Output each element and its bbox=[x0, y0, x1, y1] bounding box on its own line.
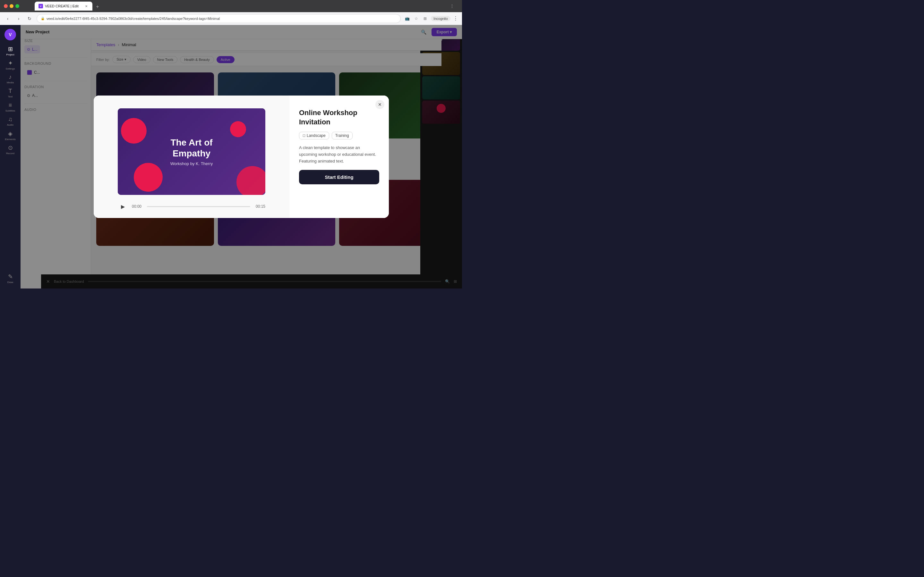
media-icon: ♪ bbox=[9, 74, 12, 81]
video-preview: The Art of Empathy Workshop by K. Therry bbox=[118, 108, 265, 195]
draw-icon: ✎ bbox=[8, 273, 13, 280]
modal-preview-area: The Art of Empathy Workshop by K. Therry… bbox=[94, 95, 289, 218]
browser-menu-button[interactable]: ⋮ bbox=[453, 15, 458, 21]
forward-button[interactable]: › bbox=[15, 15, 23, 23]
modal-tags: ☐ Landscape Training bbox=[299, 132, 379, 139]
sidebar-item-elements[interactable]: ◈ Elements bbox=[4, 129, 17, 142]
url-bar[interactable]: 🔒 veed.io/edit/0e4e2277-6f45-45c3-9294-7… bbox=[37, 14, 401, 23]
incognito-label: Incognito bbox=[433, 17, 448, 21]
record-icon: ⊙ bbox=[8, 144, 13, 151]
tag-landscape-label: Landscape bbox=[307, 133, 326, 138]
sidebar-item-audio[interactable]: ♫ Audio bbox=[4, 115, 17, 127]
modal-overlay: ✕ bbox=[21, 25, 462, 288]
close-icon: ✕ bbox=[378, 102, 382, 107]
decoration-circle-1 bbox=[121, 118, 147, 143]
sidebar-item-label-project: Project bbox=[6, 53, 15, 56]
tag-landscape: ☐ Landscape bbox=[299, 132, 329, 139]
video-preview-inner: The Art of Empathy Workshop by K. Therry bbox=[118, 108, 265, 195]
modal-close-button[interactable]: ✕ bbox=[375, 100, 384, 109]
main-content: New Project 🔍 Export ▾ Project Size ⊙ L.… bbox=[21, 25, 462, 288]
address-bar: ‹ › ↻ 🔒 veed.io/edit/0e4e2277-6f45-45c3-… bbox=[0, 12, 462, 25]
template-preview-modal: ✕ bbox=[94, 95, 389, 218]
settings-icon: ✦ bbox=[8, 60, 13, 67]
sidebar-item-text[interactable]: T Text bbox=[4, 87, 17, 99]
incognito-badge: Incognito bbox=[431, 16, 451, 21]
audio-icon: ♫ bbox=[8, 116, 13, 123]
sidebar-item-project[interactable]: ⊞ Project bbox=[4, 44, 17, 57]
sidebar-item-record[interactable]: ⊙ Record bbox=[4, 143, 17, 156]
modal-body: The Art of Empathy Workshop by K. Therry… bbox=[94, 95, 389, 218]
start-editing-button[interactable]: Start Editing bbox=[299, 170, 379, 184]
video-main-title: The Art of Empathy bbox=[170, 137, 213, 159]
browser-titlebar: V VEED CREATE | Edit ✕ + ⋮ bbox=[0, 0, 462, 12]
bookmark-icon[interactable]: ☆ bbox=[413, 15, 419, 22]
sidebar-item-media[interactable]: ♪ Media bbox=[4, 73, 17, 85]
project-icon: ⊞ bbox=[8, 45, 13, 53]
sidebar-item-subtitles[interactable]: ≡ Subtitles bbox=[4, 101, 17, 113]
progress-bar[interactable] bbox=[147, 206, 250, 207]
sidebar-item-draw[interactable]: ✎ Draw bbox=[4, 272, 17, 285]
new-tab-button[interactable]: + bbox=[94, 3, 102, 11]
text-icon: T bbox=[9, 88, 12, 95]
url-text: veed.io/edit/0e4e2277-6f45-45c3-9294-790… bbox=[47, 17, 220, 21]
refresh-button[interactable]: ↻ bbox=[26, 15, 33, 23]
play-button[interactable]: ▶ bbox=[118, 201, 128, 211]
sidebar-item-label-audio: Audio bbox=[7, 123, 13, 126]
elements-icon: ◈ bbox=[8, 130, 13, 137]
app-body: V ⊞ Project ✦ Settings ♪ Media T Text ≡ … bbox=[0, 25, 462, 288]
subtitles-icon: ≡ bbox=[9, 102, 12, 109]
browser-menu-icon[interactable]: ⋮ bbox=[450, 3, 454, 9]
back-button[interactable]: ‹ bbox=[4, 15, 11, 23]
modal-info-panel: Online Workshop Invitation ☐ Landscape T… bbox=[289, 95, 389, 218]
minimize-window-button[interactable] bbox=[10, 4, 13, 8]
tab-title: VEED CREATE | Edit bbox=[45, 4, 82, 8]
sidebar-item-label-subtitles: Subtitles bbox=[5, 109, 15, 112]
tag-training: Training bbox=[332, 132, 352, 139]
sidebar: V ⊞ Project ✦ Settings ♪ Media T Text ≡ … bbox=[0, 25, 21, 288]
traffic-lights bbox=[4, 4, 19, 8]
address-bar-actions: 📺 ☆ ⊞ Incognito ⋮ bbox=[404, 15, 458, 22]
video-controls: ▶ 00:00 00:15 bbox=[118, 201, 265, 211]
video-overlay-text: The Art of Empathy Workshop by K. Therry bbox=[170, 137, 213, 166]
decoration-circle-2 bbox=[230, 121, 246, 137]
time-start: 00:00 bbox=[132, 204, 143, 209]
sidebar-item-label-settings: Settings bbox=[6, 67, 15, 70]
tab-favicon: V bbox=[39, 4, 43, 8]
lock-icon: 🔒 bbox=[41, 17, 45, 20]
modal-title: Online Workshop Invitation bbox=[299, 108, 379, 127]
landscape-icon: ☐ bbox=[302, 134, 305, 137]
decoration-circle-4 bbox=[236, 166, 265, 195]
sidebar-logo[interactable]: V bbox=[5, 29, 16, 40]
browser-tab[interactable]: V VEED CREATE | Edit ✕ bbox=[35, 2, 92, 11]
decoration-circle-3 bbox=[134, 163, 163, 192]
browser-chrome: V VEED CREATE | Edit ✕ + ⋮ ‹ › ↻ 🔒 veed.… bbox=[0, 0, 462, 25]
sidebar-item-label-media: Media bbox=[7, 81, 14, 84]
tab-close-button[interactable]: ✕ bbox=[84, 4, 89, 8]
cast-icon[interactable]: 📺 bbox=[404, 15, 410, 22]
sidebar-item-label-elements: Elements bbox=[5, 138, 15, 141]
sidebar-item-label-text: Text bbox=[8, 95, 13, 98]
time-end: 00:15 bbox=[254, 204, 265, 209]
maximize-window-button[interactable] bbox=[15, 4, 19, 8]
sidebar-item-label-record: Record bbox=[6, 152, 15, 155]
close-window-button[interactable] bbox=[4, 4, 8, 8]
sidebar-item-settings[interactable]: ✦ Settings bbox=[4, 58, 17, 71]
extension-icon[interactable]: ⊞ bbox=[422, 15, 428, 22]
modal-description: A clean template to showcase an upcoming… bbox=[299, 145, 379, 164]
tag-training-label: Training bbox=[335, 133, 349, 138]
sidebar-item-label-draw: Draw bbox=[7, 281, 13, 284]
video-subtitle: Workshop by K. Therry bbox=[170, 161, 213, 166]
